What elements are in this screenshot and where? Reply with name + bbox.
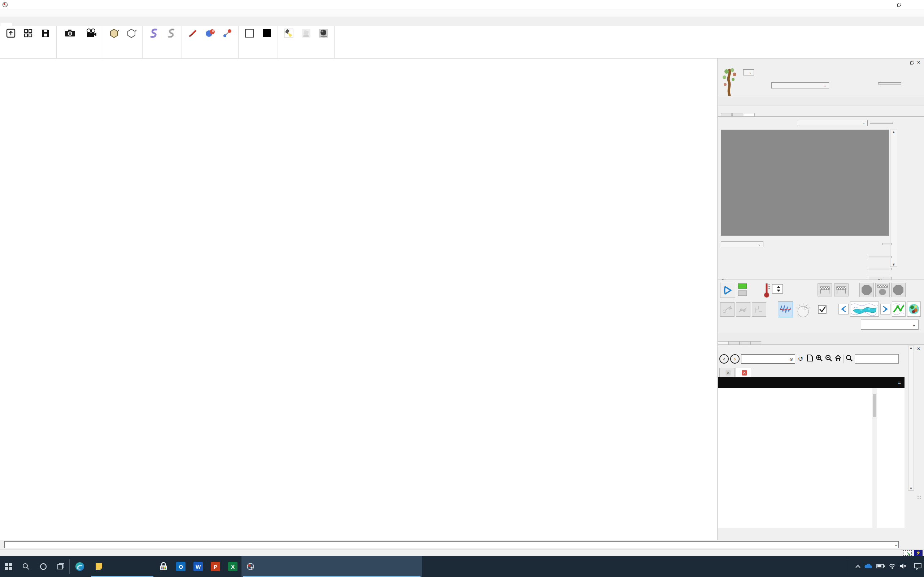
menu-select[interactable] [14,10,22,17]
edge-taskbar-icon[interactable] [70,556,90,577]
tab-molecule-display[interactable] [12,23,24,26]
powerpoint-taskbar-icon[interactable]: P [207,556,224,577]
stop-checkpoint-button[interactable] [875,283,890,297]
cartoons-show-button[interactable] [145,27,162,39]
minimize-button[interactable] [874,0,891,10]
menu-actions[interactable] [22,10,29,17]
spotlight-radius-knob[interactable] [795,302,811,319]
tool-tab-log[interactable] [750,341,761,345]
step-forward-button[interactable] [880,304,890,314]
checkpoint-save-button[interactable] [818,284,832,297]
tab-rebuild[interactable] [732,113,743,116]
tab-medical-image[interactable] [61,23,74,26]
stick-button[interactable] [185,27,201,39]
documentation-content[interactable] [718,388,905,528]
show-all-map-button[interactable] [892,301,906,317]
residues-dropdown[interactable]: ⌄ [721,241,763,247]
action-center-icon[interactable] [914,562,922,571]
fast-mode-button[interactable] [914,550,922,556]
url-field[interactable]: ⊗ [741,354,795,364]
doc-panel-scrollbar[interactable]: ▲ ▼ [908,345,914,491]
tab-map[interactable] [49,23,61,26]
scroll-down-icon[interactable]: ▼ [910,487,913,490]
scroll-up-icon[interactable]: ▲ [892,130,895,134]
tool-tab-volume-viewer[interactable] [729,341,739,345]
start-sim-button[interactable] [720,283,735,298]
spin-movie-button[interactable] [82,27,100,39]
snapshot-button[interactable] [59,27,81,39]
tab-ucsf-tutorials[interactable]: ✕ [719,368,735,377]
back-button[interactable]: ‹ [719,354,729,364]
lighting-full-button[interactable] [315,27,332,39]
background-black-button[interactable] [259,27,275,39]
lighting-soft-button[interactable] [298,27,314,39]
help-button[interactable] [878,82,901,84]
tab-documentation[interactable]: ✕ [736,368,751,377]
tab-markers[interactable] [74,23,86,26]
volume-muted-icon[interactable] [900,563,907,570]
isolate-map-button[interactable] [907,301,921,317]
hamburger-icon[interactable]: ≡ [898,380,901,386]
rotamers-show-button[interactable] [869,268,892,270]
experience-level-dropdown[interactable]: ⌄ [861,319,919,330]
taskbar-isolde-window[interactable] [90,556,155,577]
cartoons-hide-button[interactable] [162,27,179,39]
tug-atom-button[interactable] [720,302,734,317]
page-scrollbar[interactable] [873,388,877,528]
store-taskbar-icon[interactable] [155,556,172,577]
step-back-button[interactable] [839,304,848,314]
clear-url-icon[interactable]: ⊗ [789,356,793,362]
home-icon[interactable] [834,355,842,363]
menu-edit[interactable] [7,10,14,17]
recent-button[interactable] [20,27,37,39]
background-white-button[interactable] [241,27,258,39]
tab-right-mouse[interactable] [86,23,98,26]
restore-button[interactable] [891,0,907,10]
atoms-show-button[interactable] [106,27,122,39]
tab-sim-settings[interactable] [721,113,732,116]
new-page-icon[interactable] [806,355,814,363]
selection-mode-button[interactable] [903,550,912,556]
checkpoint-revert-button[interactable] [834,284,848,297]
tray-expand-icon[interactable] [855,564,860,569]
molecule-viewport[interactable] [0,58,718,540]
temperature-spinbox[interactable] [772,284,783,293]
float-panel-icon[interactable] [909,60,915,65]
tutorials-dropdown[interactable]: ⌄ [743,69,754,76]
zoom-in-icon[interactable] [815,355,823,364]
peptide-show-button[interactable] [869,256,892,258]
menu-help[interactable] [58,10,65,17]
outlook-taskbar-icon[interactable]: O [172,556,190,577]
isolde-panel-titlebar[interactable]: ✕ [718,58,924,66]
sphere-button[interactable] [202,27,219,39]
focus-checkbox[interactable] [818,305,827,314]
battery-icon[interactable] [876,564,885,570]
documentation-titlebar[interactable]: ✕ [718,345,924,353]
close-panel-icon[interactable]: ✕ [915,60,922,65]
tab-home[interactable] [0,23,12,26]
wifi-icon[interactable] [889,563,896,570]
ball-stick-button[interactable] [219,27,236,39]
lighting-simple-button[interactable] [280,27,297,39]
resize-grip[interactable] [918,496,922,500]
atoms-hide-button[interactable] [123,27,140,39]
menu-presets[interactable] [43,10,51,17]
scroll-up-icon[interactable]: ▲ [910,346,913,350]
tug-residue-button[interactable] [736,302,750,317]
menu-file[interactable] [0,10,7,17]
task-view-button[interactable] [52,556,69,577]
save-button[interactable] [37,27,54,39]
start-button[interactable] [0,556,17,577]
working-on-dropdown[interactable]: ⌄ [771,82,829,89]
menu-isolde[interactable] [51,10,58,17]
tool-tab-models[interactable] [739,341,750,345]
close-button[interactable] [907,0,924,10]
ramachandran-plot[interactable] [721,130,889,236]
rama-case-dropdown[interactable]: ⌄ [797,120,868,126]
command-input[interactable]: ⌄ [4,541,899,548]
taskbar-search-button[interactable] [17,556,35,577]
tool-tab-isolde[interactable] [718,341,729,345]
reload-icon[interactable]: ↺ [797,355,805,363]
word-taskbar-icon[interactable]: W [190,556,207,577]
cortana-button[interactable] [35,556,52,577]
